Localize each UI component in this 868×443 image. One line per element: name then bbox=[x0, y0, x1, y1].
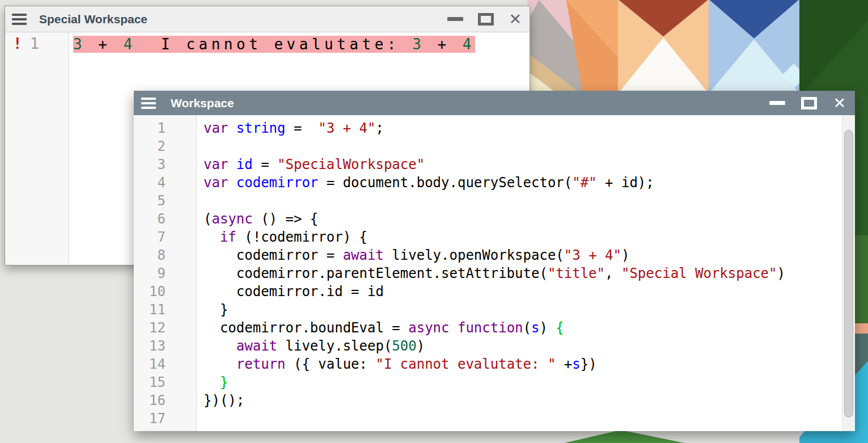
code-line[interactable]: var codemirror = document.body.querySele… bbox=[204, 174, 840, 192]
code-line[interactable]: (async () => { bbox=[204, 210, 840, 228]
window-title: Workspace bbox=[171, 96, 234, 110]
code-line[interactable] bbox=[204, 137, 840, 155]
maximize-button[interactable] bbox=[801, 97, 817, 109]
code-line[interactable]: var id = "SpecialWorkspace" bbox=[204, 155, 840, 174]
code-line[interactable]: codemirror.parentElement.setAttribute("t… bbox=[204, 264, 840, 282]
editor-gutter: ! 1 bbox=[5, 32, 69, 265]
minimize-icon bbox=[447, 17, 463, 21]
line-number: 15 bbox=[134, 373, 196, 391]
close-button[interactable]: ✕ bbox=[833, 95, 846, 111]
line-number: 11 bbox=[134, 301, 196, 319]
code-line[interactable]: } bbox=[204, 373, 840, 391]
code-line[interactable]: return ({ value: "I cannot evalutate: " … bbox=[204, 355, 840, 373]
code-line[interactable]: } bbox=[204, 301, 840, 319]
code-line[interactable]: if (!codemirror) { bbox=[204, 228, 840, 246]
line-number: 10 bbox=[134, 282, 196, 301]
line-number: 2 bbox=[134, 137, 196, 155]
special-workspace-titlebar[interactable]: Special Workspace ✕ bbox=[5, 6, 530, 32]
line-number: 14 bbox=[134, 355, 196, 373]
line-number: 17 bbox=[134, 410, 196, 428]
line-number: 6 bbox=[134, 210, 196, 228]
hamburger-menu-icon[interactable] bbox=[141, 98, 156, 109]
code-line[interactable]: codemirror.id = id bbox=[204, 282, 840, 301]
line-number: 16 bbox=[134, 391, 196, 410]
workspace-titlebar[interactable]: Workspace ✕ bbox=[134, 91, 855, 115]
line-number: 5 bbox=[134, 192, 196, 210]
vertical-scrollbar[interactable] bbox=[842, 115, 855, 431]
line-number: 9 bbox=[134, 264, 196, 282]
line-number: 12 bbox=[134, 319, 196, 337]
maximize-icon bbox=[801, 97, 817, 109]
minimize-button[interactable] bbox=[447, 17, 463, 21]
minimize-button[interactable] bbox=[769, 101, 785, 105]
code-line[interactable]: 3 + 4 I cannot evalutate: 3 + 4 bbox=[73, 33, 530, 55]
maximize-icon bbox=[478, 13, 494, 26]
code-editor[interactable]: var string = "3 + 4"; var id = "SpecialW… bbox=[197, 115, 855, 431]
code-line[interactable]: await lively.sleep(500) bbox=[204, 337, 840, 355]
line-number: 8 bbox=[134, 246, 196, 264]
hamburger-menu-icon[interactable] bbox=[12, 14, 27, 25]
editor-gutter: 1234567891011121314151617 bbox=[134, 115, 197, 431]
line-number: 1 bbox=[30, 32, 39, 54]
eval-result-highlight: 3 + 4 I cannot evalutate: 3 + 4 bbox=[73, 36, 475, 53]
code-line[interactable]: codemirror.boundEval = async function(s)… bbox=[204, 319, 840, 337]
workspace-window: Workspace ✕ 1234567891011121314151617 va… bbox=[134, 91, 855, 431]
close-button[interactable]: ✕ bbox=[509, 11, 522, 27]
maximize-button[interactable] bbox=[478, 13, 494, 26]
window-title: Special Workspace bbox=[39, 12, 147, 26]
line-number: 3 bbox=[134, 155, 196, 174]
error-marker: ! bbox=[13, 32, 30, 54]
code-line[interactable]: })(); bbox=[204, 391, 840, 410]
code-line[interactable]: var string = "3 + 4"; bbox=[204, 119, 840, 137]
line-number: 1 bbox=[134, 119, 196, 137]
line-number: 13 bbox=[134, 337, 196, 355]
minimize-icon bbox=[769, 101, 785, 105]
code-line[interactable] bbox=[204, 410, 840, 428]
desktop: { "wallpaper": { "left_color": "#e5e5e3"… bbox=[0, 0, 868, 443]
code-line[interactable] bbox=[204, 192, 840, 210]
line-number: 7 bbox=[134, 228, 196, 246]
line-number: 4 bbox=[134, 174, 196, 192]
code-line[interactable]: codemirror = await lively.openWorkspace(… bbox=[204, 246, 840, 264]
scrollbar-thumb[interactable] bbox=[844, 130, 853, 417]
